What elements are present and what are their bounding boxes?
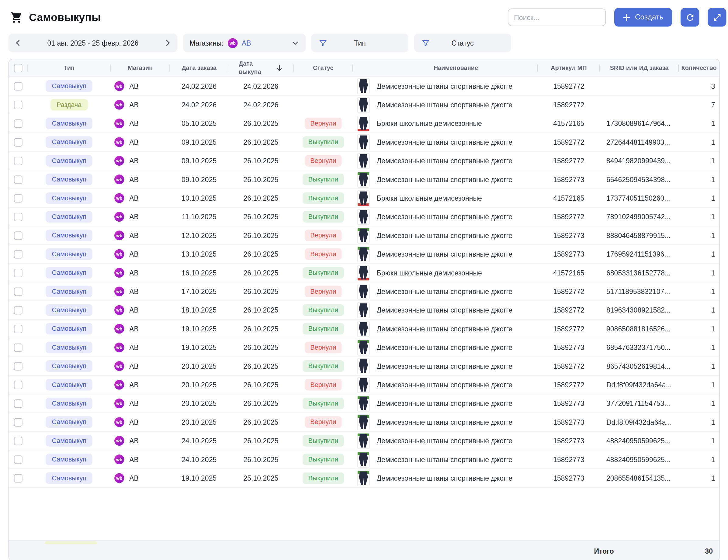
row-checkbox[interactable] [14,455,23,464]
column-header-type[interactable]: Тип [28,59,111,77]
article-mp: 15892773 [538,175,600,183]
type-badge: Самовыкуп [46,472,92,484]
create-button[interactable]: Создать [614,8,672,26]
product-thumb[interactable] [357,340,369,355]
product-thumb[interactable] [357,321,369,337]
table-row[interactable]: Самовыкуп wb AB 19.10.2025 26.10.2025 Ве… [9,338,719,357]
column-header-qty[interactable]: Количество [679,59,719,77]
article-mp: 41572165 [538,269,600,277]
product-thumb[interactable] [357,284,369,299]
table-row[interactable]: Самовыкуп wb AB 18.10.2025 26.10.2025 Вы… [9,301,719,320]
table-row[interactable]: Самовыкуп wb AB 05.10.2025 26.10.2025 Ве… [9,114,719,133]
product-thumb[interactable] [357,134,369,150]
table-row[interactable]: Раздача wb AB 24.02.2026 24.02.2026 Деми… [9,96,719,114]
product-thumb[interactable] [357,97,369,113]
row-checkbox[interactable] [14,194,23,202]
row-checkbox[interactable] [14,437,23,445]
table-row[interactable]: Самовыкуп wb AB 24.10.2025 26.10.2025 Вы… [9,432,719,450]
column-header-srid[interactable]: SRID или ИД заказа [600,59,678,77]
table-row[interactable]: Самовыкуп wb AB 09.10.2025 26.10.2025 Вы… [9,133,719,151]
product-thumb[interactable] [357,153,369,169]
product-thumb[interactable] [357,358,369,374]
product-thumb[interactable] [357,377,369,393]
product-thumb[interactable] [357,246,369,262]
buyout-date: 26.10.2025 [228,455,294,463]
expand-button[interactable] [708,8,726,26]
table-row[interactable]: Самовыкуп wb AB 10.10.2025 26.10.2025 Вы… [9,189,719,208]
table-row[interactable]: Самовыкуп wb AB 20.10.2025 26.10.2025 Вы… [9,357,719,375]
row-checkbox[interactable] [14,157,23,165]
table-row[interactable]: Самовыкуп wb AB 13.10.2025 26.10.2025 Ве… [9,245,719,264]
column-header-article[interactable]: Артикул МП [538,59,600,77]
row-checkbox[interactable] [14,213,23,221]
product-thumb[interactable] [357,209,369,225]
table-row[interactable]: Самовыкуп wb AB 24.02.2026 24.02.2026 Де… [9,77,719,95]
product-thumb[interactable] [357,451,369,467]
type-badge: Самовыкуп [46,341,92,353]
row-checkbox[interactable] [14,231,23,240]
buyout-date: 26.10.2025 [228,119,294,127]
product-thumb[interactable] [357,433,369,449]
product-thumb[interactable] [357,414,369,430]
row-checkbox[interactable] [14,82,23,90]
table-row[interactable]: Самовыкуп wb AB 09.10.2025 26.10.2025 Ве… [9,152,719,170]
table-row[interactable]: Самовыкуп wb AB 12.10.2025 26.10.2025 Ве… [9,226,719,245]
select-all-checkbox[interactable] [14,64,23,72]
prev-period-button[interactable] [12,37,24,49]
store-select[interactable]: Магазины: wb AB [183,34,306,52]
column-header-thumb [353,59,374,77]
quantity: 1 [679,288,719,296]
column-header-order-date[interactable]: Дата заказа [170,59,228,77]
product-thumb[interactable] [357,396,369,411]
column-header-name[interactable]: Наименование [374,59,538,77]
row-checkbox[interactable] [14,119,23,128]
product-thumb[interactable] [357,470,369,486]
product-thumb[interactable] [357,78,369,94]
next-period-button[interactable] [161,37,174,49]
row-checkbox[interactable] [14,474,23,482]
sort-desc-icon[interactable] [275,64,283,72]
wb-marketplace-icon: wb [114,230,124,240]
row-checkbox[interactable] [14,418,23,427]
table-row[interactable]: Самовыкуп wb AB 20.10.2025 26.10.2025 Ве… [9,376,719,394]
row-checkbox[interactable] [14,138,23,147]
table-row[interactable]: Самовыкуп wb AB 24.10.2025 26.10.2025 Вы… [9,450,719,469]
table-empty-space [9,488,719,540]
product-thumb[interactable] [357,116,369,131]
row-checkbox[interactable] [14,306,23,314]
row-checkbox[interactable] [14,325,23,333]
table-row[interactable]: Самовыкуп wb AB 19.10.2025 26.10.2025 Вы… [9,320,719,338]
row-checkbox[interactable] [14,381,23,389]
row-checkbox[interactable] [14,343,23,352]
table-row[interactable]: Самовыкуп wb AB 09.10.2025 26.10.2025 Вы… [9,170,719,189]
row-checkbox[interactable] [14,287,23,296]
row-checkbox[interactable] [14,268,23,277]
column-header-store[interactable]: Магазин [111,59,170,77]
row-checkbox[interactable] [14,250,23,258]
product-thumb[interactable] [357,190,369,206]
table-row[interactable]: Самовыкуп wb AB 20.10.2025 26.10.2025 Вы… [9,394,719,413]
table-row[interactable]: Самовыкуп wb AB 19.10.2025 25.10.2025 Вы… [9,469,719,488]
row-checkbox[interactable] [14,175,23,184]
store-name: AB [129,82,139,90]
row-checkbox[interactable] [14,101,23,109]
product-thumb[interactable] [357,171,369,187]
type-filter[interactable]: Тип [311,34,408,52]
refresh-button[interactable] [681,8,699,26]
status-badge: Вернули [305,285,342,297]
product-thumb[interactable] [357,265,369,281]
date-range-label[interactable]: 01 авг. 2025 - 25 февр. 2026 [47,39,138,47]
table-row[interactable]: Самовыкуп wb AB 20.10.2025 26.10.2025 Ве… [9,413,719,431]
column-header-status[interactable]: Статус [294,59,353,77]
status-filter[interactable]: Статус [414,34,511,52]
table-row[interactable]: Самовыкуп wb AB 11.10.2025 26.10.2025 Вы… [9,208,719,226]
row-checkbox[interactable] [14,362,23,370]
row-checkbox[interactable] [14,399,23,408]
column-header-buyout-date[interactable]: Дата выкупа [228,59,294,77]
table-row[interactable]: Самовыкуп wb AB 16.10.2025 26.10.2025 Вы… [9,264,719,282]
product-thumb[interactable] [357,302,369,318]
search-input[interactable] [508,9,606,26]
product-thumb[interactable] [357,227,369,243]
table-row[interactable]: Самовыкуп wb AB 17.10.2025 26.10.2025 Ве… [9,282,719,301]
quantity: 1 [679,381,719,389]
